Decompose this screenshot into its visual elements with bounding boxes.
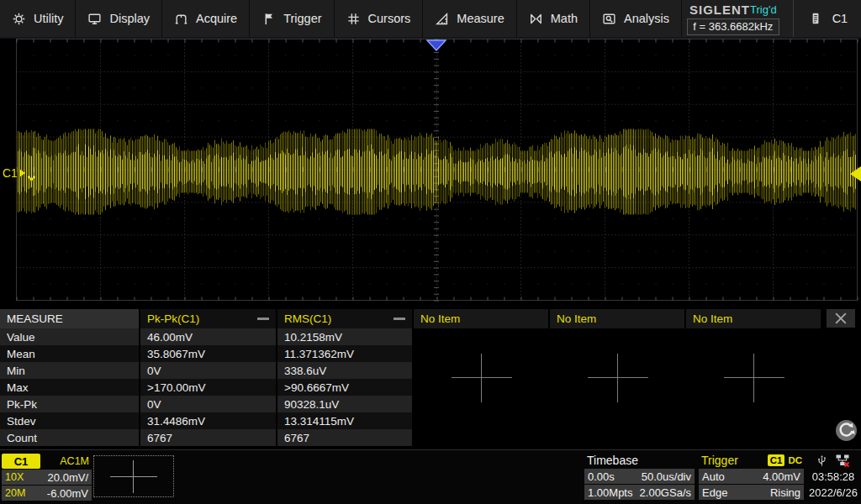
measure-icon xyxy=(435,12,449,26)
measure-col-noitem-1-label: No Item xyxy=(420,312,460,325)
stat-label: Mean xyxy=(0,345,139,362)
measure-header: MEASURE Pk-Pk(C1) RMS(C1) No Item No Ite… xyxy=(0,309,861,328)
remove-measure-icon[interactable] xyxy=(257,318,269,320)
channel1-probe: 10X xyxy=(5,471,24,483)
stat-label: Pk-Pk xyxy=(0,396,139,412)
timebase-memory: 1.00Mpts xyxy=(588,486,632,499)
stat-label: Stdev xyxy=(0,412,139,429)
siglent-logo: SIGLENT xyxy=(689,3,750,17)
trigger-slope: Rising xyxy=(770,486,800,499)
measure-title: MEASURE xyxy=(0,309,139,328)
stat-value: 35.8067mV xyxy=(139,345,276,362)
frequency-readout: f = 363.6682kHz xyxy=(687,18,779,35)
add-channel-button[interactable] xyxy=(93,455,174,497)
menu-acquire-label: Acquire xyxy=(196,12,237,25)
lan-icon xyxy=(835,454,850,468)
stat-label: Value xyxy=(0,328,139,345)
trigger-source-badge: C1 xyxy=(768,454,785,466)
math-icon xyxy=(529,12,543,26)
channel1-coupling: AC1M xyxy=(60,455,92,467)
close-icon xyxy=(835,312,847,324)
active-channel-label: C1 xyxy=(832,12,848,25)
trigger-mode: Auto xyxy=(702,470,725,483)
usb-icon xyxy=(816,454,827,468)
add-measure-plus-icon[interactable] xyxy=(724,354,784,402)
close-measure-button[interactable] xyxy=(827,309,855,328)
stat-label: Count xyxy=(0,429,139,446)
stat-value: >90.6667mV xyxy=(276,379,412,396)
trigger-status-badge: Trig'd xyxy=(750,3,777,16)
table-row: Stdev 31.4486mV 13.314115mV xyxy=(0,412,412,429)
clock-box: 03:58:28 2022/6/26 xyxy=(806,452,861,501)
channel1-badge: C1 xyxy=(2,454,40,469)
measure-col-pkpk[interactable]: Pk-Pk(C1) xyxy=(139,309,276,328)
trigger-position-icon[interactable] xyxy=(426,39,446,51)
gear-icon xyxy=(12,12,26,26)
channel1-box[interactable]: C1 AC1M 10X 20.0mV/ 20M -6.00mV xyxy=(2,454,92,501)
stat-value: 338.6uV xyxy=(276,362,412,379)
display-icon xyxy=(87,12,102,26)
stat-value: 6767 xyxy=(276,429,412,446)
measure-col-noitem-2[interactable]: No Item xyxy=(548,309,684,328)
scope-canvas[interactable] xyxy=(0,39,861,309)
clock-time: 03:58:28 xyxy=(806,469,861,485)
stat-value: 10.2158mV xyxy=(276,328,412,345)
measure-col-pkpk-label: Pk-Pk(C1) xyxy=(147,312,199,325)
channel1-offset: -6.00mV xyxy=(47,487,88,500)
acquire-icon xyxy=(174,12,188,26)
measure-col-noitem-1[interactable]: No Item xyxy=(412,309,548,328)
stat-value: 90328.1uV xyxy=(276,396,412,412)
trigger-flag-icon xyxy=(261,12,276,26)
menu-display[interactable]: Display xyxy=(76,0,162,37)
menubar: Utility Display Acquire Trigger Cursors … xyxy=(0,0,861,39)
lan-disconnected-x-icon xyxy=(845,462,849,466)
active-channel-chip[interactable]: C1 xyxy=(793,0,861,37)
menu-measure[interactable]: Measure xyxy=(423,0,516,37)
trigger-panel[interactable]: Trigger C1 DC Auto 4.00mV Edge Rising xyxy=(699,453,804,501)
oscilloscope-ui: Utility Display Acquire Trigger Cursors … xyxy=(0,0,861,504)
stat-value: 11.371362mV xyxy=(276,345,412,362)
measure-col-noitem-3[interactable]: No Item xyxy=(684,309,821,328)
measure-col-rms[interactable]: RMS(C1) xyxy=(276,309,412,328)
channel-marker-arrow-icon xyxy=(19,169,25,177)
menu-analysis[interactable]: Analysis xyxy=(590,0,682,37)
menu-trigger-label: Trigger xyxy=(283,12,321,25)
add-measure-plus-icon[interactable] xyxy=(452,354,512,402)
menu-utility-label: Utility xyxy=(34,12,63,25)
ground-level-icon xyxy=(27,173,35,181)
menu-acquire[interactable]: Acquire xyxy=(162,0,250,37)
trigger-title: Trigger xyxy=(699,454,738,467)
channel1-scale: 20.0mV/ xyxy=(48,471,88,484)
channel1-bandwidth: 20M xyxy=(5,487,25,499)
menu-cursors[interactable]: Cursors xyxy=(335,0,424,37)
table-row: Pk-Pk 0V 90328.1uV xyxy=(0,396,412,412)
menu-math[interactable]: Math xyxy=(517,0,590,37)
timebase-panel[interactable]: Timebase 0.00s 50.0us/div 1.00Mpts 2.00G… xyxy=(584,453,695,501)
menu-cursors-label: Cursors xyxy=(368,12,411,25)
trigger-level-icon[interactable] xyxy=(850,166,861,181)
brand-block: SIGLENT Trig'd f = 363.6682kHz xyxy=(687,0,779,37)
stat-value: 13.314115mV xyxy=(276,412,412,429)
menu-utility[interactable]: Utility xyxy=(0,0,76,37)
refresh-icon[interactable] xyxy=(834,418,858,443)
menu-math-label: Math xyxy=(551,12,578,25)
stat-value: 0V xyxy=(139,396,276,412)
scope-display: C1 xyxy=(0,39,861,309)
measure-col-rms-label: RMS(C1) xyxy=(284,312,331,325)
stat-value: 0V xyxy=(139,362,276,379)
stat-value: 31.4486mV xyxy=(139,412,276,429)
table-row: Max >170.00mV >90.6667mV xyxy=(0,379,412,396)
trigger-level: 4.00mV xyxy=(763,470,800,483)
add-measure-plus-icon[interactable] xyxy=(588,354,648,402)
measure-col-noitem-3-label: No Item xyxy=(693,312,732,325)
menu-trigger[interactable]: Trigger xyxy=(250,0,334,37)
channel-list-icon xyxy=(809,11,822,26)
stat-value: 6767 xyxy=(139,429,276,446)
channel-offset-marker[interactable]: C1 xyxy=(3,165,34,180)
remove-measure-icon[interactable] xyxy=(394,318,405,320)
timebase-samplerate: 2.00GSa/s xyxy=(640,486,691,499)
cursors-icon xyxy=(346,12,361,26)
timebase-delay: 0.00s xyxy=(588,470,615,483)
menu-analysis-label: Analysis xyxy=(624,12,669,25)
menu-display-label: Display xyxy=(109,12,150,25)
